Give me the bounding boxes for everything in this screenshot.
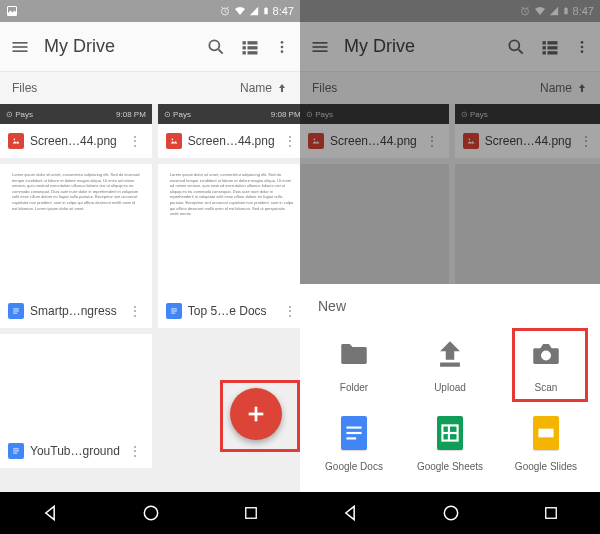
nav-home-icon[interactable] [441, 503, 461, 523]
svg-rect-3 [265, 7, 266, 8]
search-icon[interactable] [206, 37, 226, 57]
view-toggle-icon[interactable] [240, 37, 260, 57]
svg-point-31 [144, 506, 157, 519]
svg-point-18 [14, 139, 16, 141]
file-name: Screen…44.png [30, 134, 120, 148]
svg-rect-2 [264, 8, 267, 14]
arrow-up-icon [276, 82, 288, 94]
overflow-icon[interactable] [274, 37, 290, 57]
file-overflow-icon[interactable]: ⋮ [126, 133, 144, 149]
svg-point-15 [281, 41, 284, 44]
image-file-icon [166, 133, 182, 149]
svg-rect-10 [248, 41, 258, 44]
battery-icon [262, 5, 270, 17]
sheet-title: New [308, 298, 592, 326]
upload-icon [430, 334, 470, 374]
svg-rect-14 [248, 51, 258, 54]
new-folder-button[interactable]: Folder [308, 326, 400, 401]
sheet-item-label: Upload [434, 382, 466, 393]
file-overflow-icon[interactable]: ⋮ [126, 303, 144, 319]
svg-rect-13 [243, 51, 246, 54]
svg-rect-23 [171, 309, 177, 310]
svg-rect-56 [346, 437, 356, 439]
image-file-icon [8, 133, 24, 149]
svg-rect-62 [545, 508, 556, 519]
svg-rect-4 [13, 42, 28, 44]
file-tile[interactable]: ⊙ Pays9:08 PM Screen…44.png ⋮ [158, 104, 300, 158]
file-overflow-icon[interactable]: ⋮ [281, 133, 299, 149]
folder-icon [334, 334, 374, 374]
app-bar: My Drive [0, 22, 300, 72]
svg-rect-28 [13, 453, 17, 454]
thumbnail: ⊙ Pays9:08 PM [158, 104, 300, 124]
file-tile[interactable]: Lorem ipsum dolor sit amet, consectetur … [158, 164, 300, 328]
file-overflow-icon[interactable]: ⋮ [281, 303, 299, 319]
svg-point-19 [171, 139, 173, 141]
status-time: 8:47 [273, 5, 294, 17]
svg-rect-6 [13, 50, 28, 52]
file-name: Screen…44.png [188, 134, 275, 148]
file-tile[interactable]: Lorem ipsum dolor sit amet, consectetur … [0, 164, 152, 328]
svg-rect-52 [440, 363, 460, 367]
file-tile[interactable]: ⊙ Pays9:08 PM Screen…44.png ⋮ [0, 104, 152, 158]
svg-point-7 [209, 40, 219, 50]
doc-thumbnail [0, 334, 152, 434]
doc-thumbnail: Lorem ipsum dolor sit amet, consectetur … [0, 164, 152, 294]
google-docs-icon [334, 413, 374, 453]
cell-icon [249, 5, 259, 17]
new-google-slides-button[interactable]: Google Slides [500, 405, 592, 480]
svg-point-61 [444, 506, 457, 519]
thumbnail: ⊙ Pays9:08 PM [0, 104, 152, 124]
svg-rect-54 [346, 427, 361, 429]
hamburger-icon[interactable] [10, 37, 30, 57]
sheet-item-label: Google Slides [515, 461, 577, 472]
sheet-item-label: Google Docs [325, 461, 383, 472]
svg-rect-21 [13, 311, 19, 312]
svg-point-16 [281, 45, 284, 48]
status-bar: 8:47 [0, 0, 300, 22]
google-slides-icon [526, 413, 566, 453]
app-title: My Drive [44, 36, 192, 57]
svg-rect-26 [13, 449, 19, 450]
svg-rect-20 [13, 309, 19, 310]
list-subheader: Files Name [0, 72, 300, 104]
nav-back-icon[interactable] [40, 503, 60, 523]
file-name: Smartp…ngress [30, 304, 120, 318]
file-overflow-icon[interactable]: ⋮ [126, 443, 144, 459]
doc-file-icon [8, 443, 24, 459]
drive-content: ⊙ Pays9:08 PM Screen…44.png ⋮ ⊙ Pays9:08… [0, 104, 300, 492]
new-google-docs-button[interactable]: Google Docs [308, 405, 400, 480]
svg-rect-27 [13, 451, 19, 452]
nav-back-icon[interactable] [340, 503, 360, 523]
nav-recents-icon[interactable] [542, 504, 560, 522]
file-tile[interactable]: YouTub…ground ⋮ [0, 334, 152, 468]
svg-rect-60 [538, 429, 553, 438]
svg-rect-25 [171, 313, 175, 314]
svg-rect-24 [171, 311, 177, 312]
google-sheets-icon [430, 413, 470, 453]
new-bottom-sheet: New Folder Upload [300, 284, 600, 492]
doc-file-icon [8, 303, 24, 319]
android-nav-bar [0, 492, 300, 534]
svg-rect-22 [13, 313, 17, 314]
svg-rect-11 [243, 46, 246, 49]
sort-control[interactable]: Name [240, 81, 288, 95]
nav-recents-icon[interactable] [242, 504, 260, 522]
nav-home-icon[interactable] [141, 503, 161, 523]
subhead-files-label: Files [12, 81, 37, 95]
tutorial-highlight [220, 380, 300, 452]
doc-file-icon [166, 303, 182, 319]
sheet-item-label: Google Sheets [417, 461, 483, 472]
sheet-item-label: Folder [340, 382, 368, 393]
new-google-sheets-button[interactable]: Google Sheets [404, 405, 496, 480]
svg-line-8 [219, 49, 223, 53]
gallery-icon [6, 5, 18, 17]
android-nav-bar [300, 492, 600, 534]
svg-rect-32 [245, 508, 256, 519]
svg-rect-9 [243, 41, 246, 44]
new-upload-button[interactable]: Upload [404, 326, 496, 401]
svg-rect-5 [13, 46, 28, 48]
svg-rect-12 [248, 46, 258, 49]
file-name: YouTub…ground [30, 444, 120, 458]
alarm-icon [219, 5, 231, 17]
